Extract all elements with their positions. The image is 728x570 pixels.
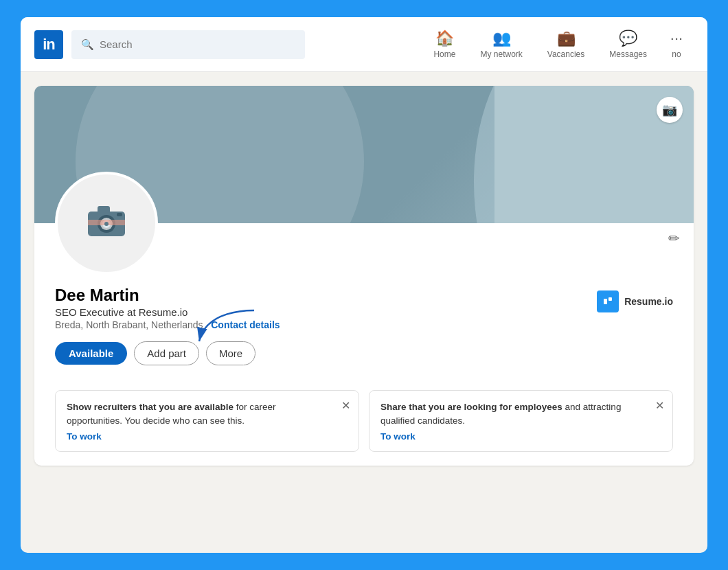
linkedin-logo[interactable]: in xyxy=(34,30,63,59)
banner-camera-button[interactable]: 📷 xyxy=(657,97,683,123)
resume-io-logo-svg xyxy=(600,294,615,309)
available-button[interactable]: Available xyxy=(55,342,127,365)
svg-rect-6 xyxy=(117,213,122,216)
company-name: Resume.io xyxy=(624,296,673,307)
contact-details-link[interactable]: Contact details xyxy=(211,319,280,330)
profile-location: Breda, North Brabant, Netherlands · Cont… xyxy=(55,319,280,330)
notification-link-1[interactable]: To work xyxy=(67,431,348,442)
notification-card-1: ✕ Show recruiters that you are available… xyxy=(55,390,359,452)
profile-title: SEO Executive at Resume.io xyxy=(55,306,280,318)
search-input[interactable] xyxy=(100,38,295,50)
avatar xyxy=(55,172,158,275)
search-bar[interactable]: 🔍 xyxy=(71,30,305,59)
search-icon: 🔍 xyxy=(81,38,94,51)
edit-profile-button[interactable]: ✏ xyxy=(668,230,680,247)
profile-name: Dee Martin xyxy=(55,286,280,305)
nav-item-home[interactable]: 🏠 Home xyxy=(421,30,468,59)
profile-details: Dee Martin SEO Executive at Resume.io Br… xyxy=(55,280,280,330)
pencil-icon: ✏ xyxy=(668,231,680,246)
nav-item-more[interactable]: ··· no xyxy=(659,30,694,59)
notification-text-1: Show recruiters that you are available f… xyxy=(67,400,348,429)
svg-rect-9 xyxy=(604,299,607,304)
notification-link-2[interactable]: To work xyxy=(380,431,661,442)
camera-svg xyxy=(82,199,130,240)
home-icon: 🏠 xyxy=(435,30,454,47)
svg-rect-8 xyxy=(602,295,614,308)
messages-label: Messages xyxy=(609,49,647,59)
vacancies-label: Vacancies xyxy=(547,49,584,59)
add-part-button[interactable]: Add part xyxy=(134,341,199,365)
close-notification-2[interactable]: ✕ xyxy=(655,399,664,412)
action-buttons: Available Add part More xyxy=(55,341,673,365)
more-label: no xyxy=(672,49,681,59)
logo-text: in xyxy=(43,36,55,54)
home-label: Home xyxy=(433,49,455,59)
company-badge: Resume.io xyxy=(597,290,673,312)
svg-rect-1 xyxy=(98,206,110,214)
vacancies-icon: 💼 xyxy=(557,30,576,47)
notification-text-2: Share that you are looking for employees… xyxy=(380,400,661,429)
main-container: in 🔍 🏠 Home 👥 My network 💼 Vacancies 💬 M… xyxy=(21,17,707,553)
notif-bold-1: Show recruiters that you are available xyxy=(67,402,234,412)
page-content: 📷 xyxy=(21,72,707,553)
close-notification-1[interactable]: ✕ xyxy=(341,399,350,412)
notification-card-2: ✕ Share that you are looking for employe… xyxy=(369,390,673,452)
nav-item-my-network[interactable]: 👥 My network xyxy=(468,30,534,59)
svg-rect-10 xyxy=(608,297,612,301)
notification-row: ✕ Show recruiters that you are available… xyxy=(34,390,694,466)
banner-camera-icon: 📷 xyxy=(662,102,677,117)
navbar: in 🔍 🏠 Home 👥 My network 💼 Vacancies 💬 M… xyxy=(21,17,707,72)
profile-top-row: Dee Martin SEO Executive at Resume.io Br… xyxy=(55,280,673,330)
profile-info-section: Dee Martin SEO Executive at Resume.io Br… xyxy=(34,280,694,379)
more-icon: ··· xyxy=(670,30,683,47)
profile-card: 📷 xyxy=(34,86,694,466)
avatar-camera-icon xyxy=(82,199,130,248)
my-network-icon: 👥 xyxy=(492,30,511,47)
my-network-label: My network xyxy=(480,49,522,59)
more-button-container: More xyxy=(206,341,255,365)
nav-item-vacancies[interactable]: 💼 Vacancies xyxy=(535,30,597,59)
svg-point-7 xyxy=(104,222,109,226)
nav-items: 🏠 Home 👥 My network 💼 Vacancies 💬 Messag… xyxy=(421,30,694,59)
messages-icon: 💬 xyxy=(619,30,637,47)
company-logo xyxy=(597,290,619,312)
more-button[interactable]: More xyxy=(206,341,255,365)
notif-bold-2: Share that you are looking for employees xyxy=(380,402,562,412)
nav-item-messages[interactable]: 💬 Messages xyxy=(597,30,659,59)
